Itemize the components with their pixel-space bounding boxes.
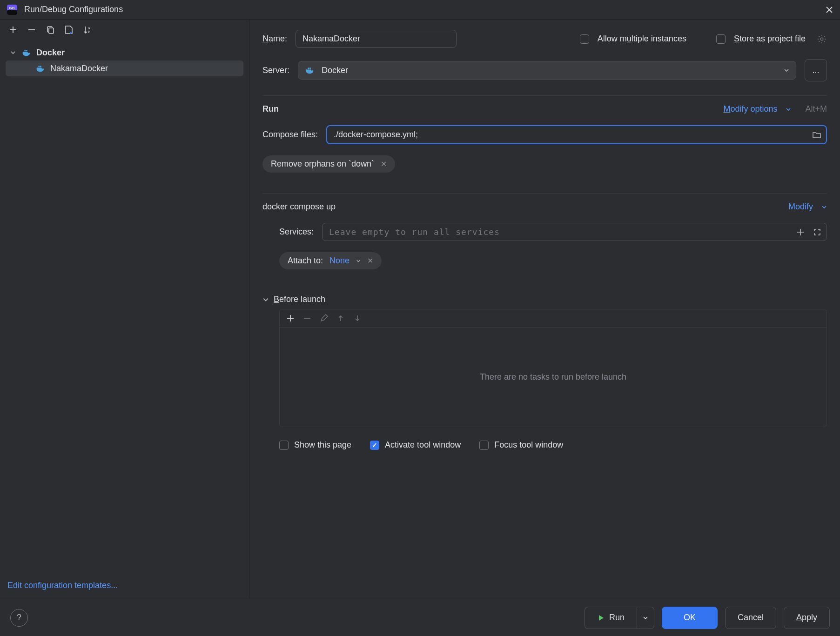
chip-label: Remove orphans on `down` (271, 159, 374, 169)
run-button[interactable]: Run (585, 607, 637, 629)
before-launch-title: Before launch (274, 295, 325, 304)
compose-label: Compose files: (262, 130, 318, 140)
close-icon[interactable]: ✕ (381, 160, 387, 168)
up-icon[interactable] (336, 314, 345, 322)
focus-tool-checkbox[interactable] (479, 441, 489, 450)
activate-tool-label: Activate tool window (385, 440, 461, 450)
run-section-title: Run (262, 104, 279, 114)
run-dropdown-button[interactable] (637, 607, 654, 629)
before-launch-empty: There are no tasks to run before launch (280, 328, 827, 427)
app-icon: GO (7, 4, 18, 15)
remove-icon[interactable] (26, 24, 37, 35)
store-project-label: Store as project file (734, 34, 806, 44)
modify-shortcut: Alt+M (805, 104, 827, 114)
down-icon[interactable] (353, 314, 362, 322)
chevron-down-icon (786, 107, 791, 112)
expand-icon[interactable] (813, 228, 821, 236)
cancel-button[interactable]: Cancel (725, 607, 776, 629)
docker-icon (305, 65, 315, 75)
config-tree: Docker NakamaDocker (0, 45, 249, 76)
svg-point-7 (820, 38, 823, 40)
modify-link[interactable]: Modify (788, 202, 813, 212)
focus-tool-label: Focus tool window (494, 440, 563, 450)
show-page-checkbox[interactable] (279, 441, 289, 450)
allow-multiple-label: Allow multiple instances (598, 34, 686, 44)
show-page-label: Show this page (294, 440, 351, 450)
folder-icon[interactable] (812, 130, 821, 140)
apply-button[interactable]: Apply (784, 607, 830, 629)
close-icon[interactable]: ✕ (367, 256, 373, 265)
help-icon[interactable]: ? (10, 609, 28, 627)
chevron-down-icon (9, 49, 17, 56)
tree-parent-label: Docker (36, 48, 65, 58)
chevron-down-icon (821, 204, 827, 210)
svg-text:z: z (88, 30, 90, 34)
activate-tool-checkbox[interactable] (370, 441, 379, 450)
chevron-down-icon (784, 67, 789, 73)
gear-icon[interactable] (817, 34, 827, 44)
tree-item-docker[interactable]: Docker (6, 45, 243, 60)
add-icon[interactable] (796, 228, 805, 236)
add-icon[interactable] (7, 24, 19, 35)
tree-child-label: NakamaDocker (50, 64, 108, 74)
edit-icon[interactable] (320, 314, 328, 322)
services-input[interactable] (322, 223, 827, 241)
copy-icon[interactable] (45, 24, 56, 35)
name-label: Name: (262, 34, 287, 44)
compose-files-input[interactable] (326, 125, 827, 144)
add-icon[interactable] (286, 314, 295, 322)
sort-icon[interactable]: az (82, 24, 93, 35)
name-input[interactable] (296, 30, 457, 48)
attach-value: None (329, 256, 349, 266)
play-icon (597, 614, 605, 622)
tree-item-nakamadocker[interactable]: NakamaDocker (6, 60, 243, 76)
server-browse-button[interactable]: ... (805, 59, 827, 81)
svg-text:GO: GO (9, 6, 14, 10)
svg-rect-4 (49, 28, 54, 33)
modify-options-link[interactable]: Modify options (723, 104, 777, 114)
docker-icon (21, 47, 32, 58)
server-value: Docker (322, 66, 348, 75)
attach-label: Attach to: (288, 256, 323, 266)
server-label: Server: (262, 66, 289, 75)
close-icon[interactable] (825, 6, 833, 14)
services-label: Services: (279, 227, 314, 237)
compose-up-label: docker compose up (262, 202, 336, 212)
window-title: Run/Debug Configurations (24, 5, 123, 14)
remove-orphans-chip[interactable]: Remove orphans on `down` ✕ (262, 155, 395, 173)
docker-icon (35, 63, 46, 74)
run-label: Run (609, 613, 625, 623)
chevron-down-icon (356, 259, 361, 263)
before-launch-panel: There are no tasks to run before launch (279, 309, 827, 427)
edit-templates-link[interactable]: Edit configuration templates... (0, 572, 249, 599)
attach-chip[interactable]: Attach to: None ✕ (279, 252, 382, 269)
allow-multiple-checkbox[interactable] (580, 34, 589, 44)
chevron-down-icon[interactable] (262, 296, 269, 303)
store-project-checkbox[interactable] (716, 34, 726, 44)
server-select[interactable]: Docker (298, 61, 796, 80)
ok-button[interactable]: OK (662, 607, 718, 629)
svg-rect-1 (7, 10, 17, 15)
remove-icon[interactable] (303, 314, 311, 322)
save-template-icon[interactable] (63, 24, 74, 35)
